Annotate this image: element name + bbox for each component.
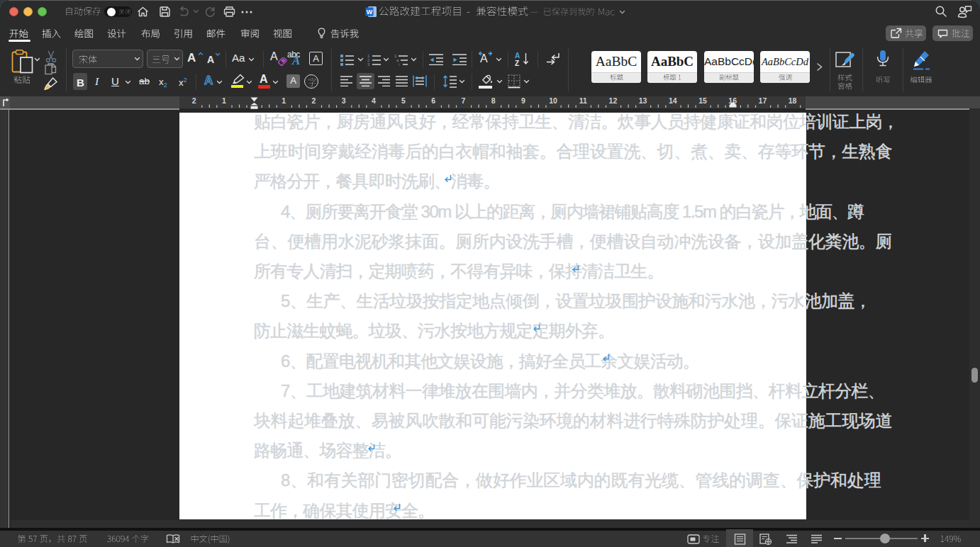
svg-text:4: 4 — [372, 96, 376, 105]
svg-text:14: 14 — [669, 96, 677, 105]
svg-text:5: 5 — [401, 96, 406, 105]
svg-text:8: 8 — [491, 96, 496, 105]
svg-text:6: 6 — [431, 96, 435, 105]
svg-text:12: 12 — [609, 96, 618, 105]
svg-text:2: 2 — [192, 96, 196, 105]
svg-text:2: 2 — [311, 96, 316, 105]
svg-text:1: 1 — [222, 96, 226, 105]
svg-text:7: 7 — [461, 96, 465, 105]
svg-text:1: 1 — [282, 96, 286, 105]
svg-text:15: 15 — [698, 96, 707, 105]
svg-text:11: 11 — [579, 96, 587, 105]
svg-text:18: 18 — [789, 96, 797, 105]
svg-text:3: 3 — [342, 96, 346, 105]
svg-text:9: 9 — [521, 96, 525, 105]
svg-text:13: 13 — [639, 96, 647, 105]
svg-text:10: 10 — [549, 96, 557, 105]
svg-text:17: 17 — [759, 96, 767, 105]
